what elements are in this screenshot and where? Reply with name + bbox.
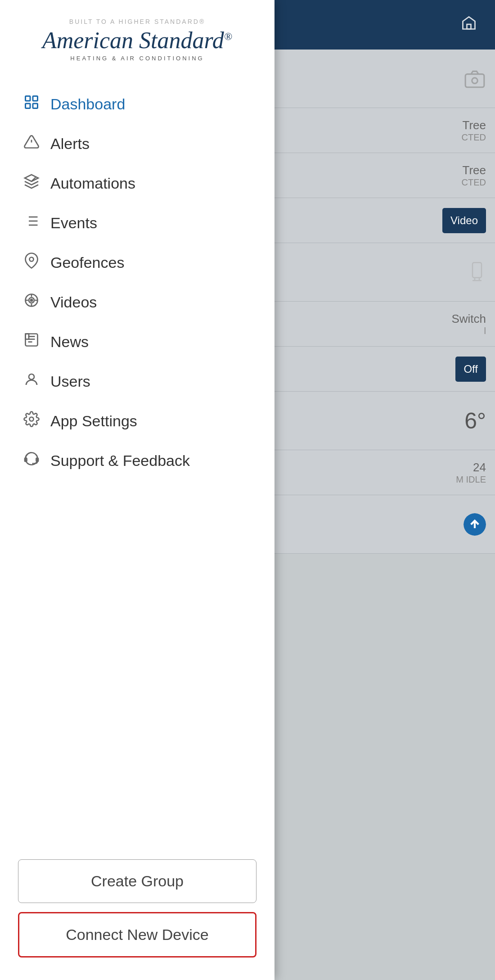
background-items: Tree CTED Tree CTED Video Switch l: [261, 50, 495, 554]
svg-rect-7: [26, 104, 31, 108]
svg-point-17: [30, 257, 34, 262]
logo-main: American Standard®: [22, 29, 252, 52]
svg-rect-1: [465, 74, 484, 87]
bg-item-9: 24 M IDLE: [261, 450, 495, 495]
svg-rect-8: [33, 104, 38, 108]
svg-point-20: [31, 299, 33, 302]
sidebar-label-events: Events: [50, 214, 97, 232]
bg-item-8: 6°: [261, 392, 495, 450]
automations-icon: [22, 173, 40, 193]
background-header: [261, 0, 495, 50]
sidebar-item-automations[interactable]: Automations: [0, 163, 274, 203]
svg-point-2: [472, 77, 478, 83]
connect-new-device-button[interactable]: Connect New Device: [18, 912, 256, 957]
logo-subtitle: HEATING & AIR CONDITIONING: [22, 55, 252, 62]
svg-rect-5: [26, 96, 31, 101]
sidebar-label-alerts: Alerts: [50, 135, 90, 153]
sidebar-label-support: Support & Feedback: [50, 452, 190, 470]
sidebar-label-dashboard: Dashboard: [50, 95, 125, 113]
svg-rect-25: [26, 334, 38, 346]
sidebar-item-geofences[interactable]: Geofences: [0, 243, 274, 282]
bg-item-4: Video: [261, 198, 495, 243]
nav-list: Dashboard Alerts: [0, 75, 274, 850]
sidebar-item-videos[interactable]: Videos: [0, 282, 274, 322]
sidebar-label-news: News: [50, 333, 89, 351]
alert-triangle-icon: [22, 134, 40, 154]
bg-item-5: [261, 243, 495, 302]
bg-item-7: Off: [261, 347, 495, 392]
bg-item-3: Tree CTED: [261, 153, 495, 198]
sidebar-label-videos: Videos: [50, 294, 97, 311]
sidebar-item-dashboard[interactable]: Dashboard: [0, 84, 274, 124]
svg-rect-29: [26, 334, 29, 339]
sidebar-item-users[interactable]: Users: [0, 361, 274, 401]
svg-point-30: [29, 374, 34, 379]
sidebar-label-automations: Automations: [50, 175, 135, 192]
grid-icon: [22, 94, 40, 114]
sidebar-label-app-settings: App Settings: [50, 412, 137, 430]
bg-off-button: Off: [455, 357, 486, 382]
user-icon: [22, 371, 40, 391]
video-icon: [22, 292, 40, 312]
bg-item-1: [261, 50, 495, 108]
bg-video-button: Video: [442, 208, 486, 233]
bottom-buttons: Create Group Connect New Device: [0, 850, 274, 980]
sidebar: BUILT TO A HIGHER STANDARD® American Sta…: [0, 0, 274, 980]
background-panel: Tree CTED Tree CTED Video Switch l: [261, 0, 495, 980]
sidebar-item-app-settings[interactable]: App Settings: [0, 401, 274, 441]
bg-item-2: Tree CTED: [261, 108, 495, 153]
settings-icon: [22, 411, 40, 431]
logo-tagline: BUILT TO A HIGHER STANDARD®: [22, 18, 252, 25]
sidebar-item-events[interactable]: Events: [0, 203, 274, 243]
sidebar-item-alerts[interactable]: Alerts: [0, 124, 274, 163]
logo-area: BUILT TO A HIGHER STANDARD® American Sta…: [0, 0, 274, 75]
svg-rect-0: [467, 24, 471, 29]
sidebar-label-users: Users: [50, 373, 90, 390]
bg-item-6: Switch l: [261, 302, 495, 347]
sidebar-label-geofences: Geofences: [50, 254, 124, 271]
map-pin-icon: [22, 253, 40, 272]
svg-rect-6: [33, 96, 38, 101]
home-icon[interactable]: [461, 15, 477, 35]
bg-item-10: [261, 495, 495, 554]
headset-icon: [22, 451, 40, 470]
sidebar-item-support[interactable]: Support & Feedback: [0, 441, 274, 480]
sidebar-item-news[interactable]: News: [0, 322, 274, 361]
list-icon: [22, 213, 40, 233]
create-group-button[interactable]: Create Group: [18, 859, 256, 903]
svg-point-31: [30, 417, 34, 421]
svg-point-35: [32, 463, 34, 464]
svg-rect-3: [472, 262, 482, 277]
news-icon: [22, 332, 40, 352]
